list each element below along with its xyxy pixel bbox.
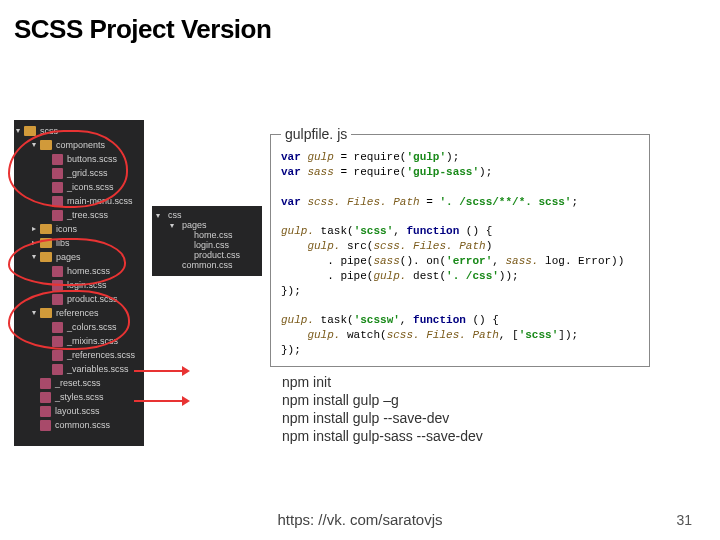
file-icon: [52, 182, 63, 193]
tree-item-label: components: [56, 139, 105, 151]
tree-item-label: _references.scss: [67, 349, 135, 361]
tree-folder[interactable]: ▾pages: [154, 220, 260, 230]
tree-file[interactable]: product.scss: [16, 292, 142, 306]
right-column: gulpfile. js var gulp = require('gulp');…: [270, 120, 650, 446]
tree-file[interactable]: _styles.scss: [16, 390, 142, 404]
page-number: 31: [676, 512, 692, 528]
content-area: ▾scss▾componentsbuttons.scss_grid.scss_i…: [14, 120, 650, 446]
scss-file-tree: ▾scss▾componentsbuttons.scss_grid.scss_i…: [14, 120, 144, 446]
tree-item-label: _grid.scss: [67, 167, 108, 179]
tree-item-label: login.css: [194, 240, 229, 250]
file-icon: [52, 364, 63, 375]
file-icon: [40, 378, 51, 389]
npm-commands: npm initnpm install gulp –gnpm install g…: [282, 373, 650, 446]
tree-item-label: libs: [56, 237, 70, 249]
folder-icon: [40, 238, 52, 248]
tree-root[interactable]: ▾css: [154, 210, 260, 220]
code-box: gulpfile. js var gulp = require('gulp');…: [270, 126, 650, 367]
command-line: npm init: [282, 373, 650, 391]
tree-root[interactable]: ▾scss: [16, 124, 142, 138]
folder-icon: [40, 308, 52, 318]
tree-item-label: _tree.scss: [67, 209, 108, 221]
tree-item-label: css: [168, 210, 182, 220]
tree-folder[interactable]: ▾components: [16, 138, 142, 152]
tree-file[interactable]: _mixins.scss: [16, 334, 142, 348]
tree-item-label: layout.scss: [55, 405, 100, 417]
file-icon: [52, 168, 63, 179]
tree-item-label: _variables.scss: [67, 363, 129, 375]
tree-item-label: common.scss: [55, 419, 110, 431]
tree-item-label: buttons.scss: [67, 153, 117, 165]
footer-url: https: //vk. com/saratovjs: [0, 511, 720, 528]
tree-file[interactable]: _grid.scss: [16, 166, 142, 180]
tree-item-label: product.css: [194, 250, 240, 260]
command-line: npm install gulp –g: [282, 391, 650, 409]
chevron-right-icon: ▸: [32, 223, 40, 235]
tree-folder[interactable]: ▾references: [16, 306, 142, 320]
chevron-down-icon: ▾: [32, 139, 40, 151]
folder-icon: [40, 140, 52, 150]
file-icon: [52, 350, 63, 361]
tree-file[interactable]: _icons.scss: [16, 180, 142, 194]
tree-item-label: _icons.scss: [67, 181, 114, 193]
css-file-tree: ▾css▾pageshome.csslogin.cssproduct.cssco…: [152, 206, 262, 276]
file-icon: [52, 196, 63, 207]
tree-file[interactable]: home.scss: [16, 264, 142, 278]
tree-file[interactable]: _references.scss: [16, 348, 142, 362]
tree-item-label: main-menu.scss: [67, 195, 133, 207]
code-box-legend: gulpfile. js: [281, 126, 351, 142]
tree-file[interactable]: buttons.scss: [16, 152, 142, 166]
file-icon: [52, 210, 63, 221]
tree-file[interactable]: _tree.scss: [16, 208, 142, 222]
tree-item-label: _mixins.scss: [67, 335, 118, 347]
file-icon: [40, 406, 51, 417]
tree-file[interactable]: _variables.scss: [16, 362, 142, 376]
file-icon: [52, 280, 63, 291]
chevron-down-icon: ▾: [32, 307, 40, 319]
tree-item-label: _reset.scss: [55, 377, 101, 389]
tree-file[interactable]: _reset.scss: [16, 376, 142, 390]
file-icon: [52, 336, 63, 347]
tree-item-label: pages: [56, 251, 81, 263]
tree-folder[interactable]: ▸libs: [16, 236, 142, 250]
command-line: npm install gulp-sass --save-dev: [282, 427, 650, 445]
tree-file[interactable]: common.scss: [16, 418, 142, 432]
file-icon: [40, 420, 51, 431]
file-icon: [52, 266, 63, 277]
tree-item-label: home.css: [194, 230, 233, 240]
chevron-right-icon: ▸: [32, 237, 40, 249]
tree-file[interactable]: main-menu.scss: [16, 194, 142, 208]
tree-item-label: icons: [56, 223, 77, 235]
tree-file[interactable]: _colors.scss: [16, 320, 142, 334]
tree-file[interactable]: home.css: [154, 230, 260, 240]
tree-item-label: common.css: [182, 260, 233, 270]
tree-item-label: pages: [182, 220, 207, 230]
tree-file[interactable]: login.scss: [16, 278, 142, 292]
file-icon: [52, 294, 63, 305]
tree-folder[interactable]: ▾pages: [16, 250, 142, 264]
chevron-down-icon: ▾: [156, 211, 164, 220]
folder-icon: [24, 126, 36, 136]
folder-icon: [40, 252, 52, 262]
tree-item-label: references: [56, 307, 99, 319]
tree-item-label: product.scss: [67, 293, 118, 305]
tree-item-label: home.scss: [67, 265, 110, 277]
chevron-down-icon: ▾: [16, 125, 24, 137]
command-line: npm install gulp --save-dev: [282, 409, 650, 427]
tree-file[interactable]: product.css: [154, 250, 260, 260]
tree-item-label: _styles.scss: [55, 391, 104, 403]
code-snippet: var gulp = require('gulp'); var sass = r…: [281, 150, 639, 358]
chevron-down-icon: ▾: [32, 251, 40, 263]
chevron-down-icon: ▾: [170, 221, 178, 230]
tree-item-label: login.scss: [67, 279, 107, 291]
tree-file[interactable]: common.css: [154, 260, 260, 270]
file-icon: [52, 322, 63, 333]
file-icon: [40, 392, 51, 403]
slide-title: SCSS Project Version: [14, 14, 720, 45]
tree-file[interactable]: layout.scss: [16, 404, 142, 418]
tree-folder[interactable]: ▸icons: [16, 222, 142, 236]
tree-file[interactable]: login.css: [154, 240, 260, 250]
tree-item-label: scss: [40, 125, 58, 137]
file-icon: [52, 154, 63, 165]
folder-icon: [40, 224, 52, 234]
